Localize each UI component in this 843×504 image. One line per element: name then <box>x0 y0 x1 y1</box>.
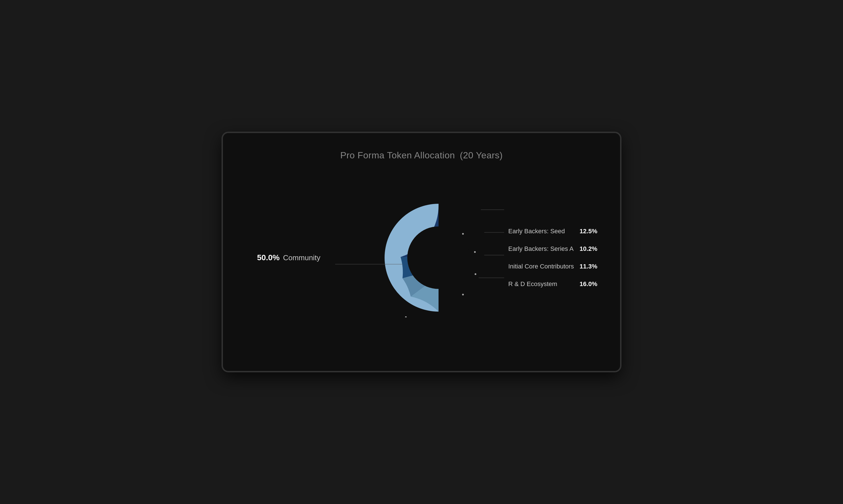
dot-series-a <box>474 251 476 253</box>
series-a-name: Early Backers: Series A <box>509 245 574 253</box>
label-seed: Early Backers: Seed 12.5% <box>509 228 598 235</box>
donut-hole <box>407 227 470 289</box>
right-labels: Early Backers: Seed 12.5% Early Backers:… <box>509 228 598 288</box>
seed-name: Early Backers: Seed <box>509 228 565 235</box>
community-name: Community <box>283 253 320 262</box>
community-label: 50.0% Community <box>257 253 321 262</box>
community-pct: 50.0% <box>257 253 279 262</box>
dot-contributors <box>475 273 476 275</box>
dot-rnd <box>462 294 464 295</box>
contributors-name: Initial Core Contributors <box>509 263 574 270</box>
contributors-pct: 11.3% <box>580 263 597 270</box>
rnd-pct: 16.0% <box>580 281 597 288</box>
chart-card: Pro Forma Token Allocation (20 Years) 50… <box>223 133 620 371</box>
label-contributors: Initial Core Contributors 11.3% <box>509 263 598 270</box>
dot-seed <box>462 233 464 235</box>
donut-svg <box>379 198 498 317</box>
label-rnd: R & D Ecosystem 16.0% <box>509 281 598 288</box>
dot-community <box>405 317 407 317</box>
chart-area: 50.0% Community <box>223 144 620 371</box>
series-a-pct: 10.2% <box>580 245 597 253</box>
seed-pct: 12.5% <box>580 228 597 235</box>
donut-chart <box>379 198 498 317</box>
label-series-a: Early Backers: Series A 10.2% <box>509 245 598 253</box>
rnd-name: R & D Ecosystem <box>509 281 557 288</box>
